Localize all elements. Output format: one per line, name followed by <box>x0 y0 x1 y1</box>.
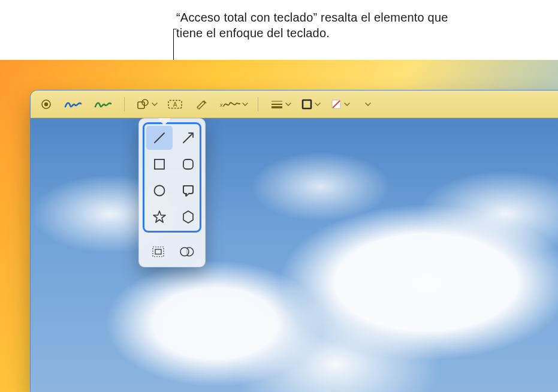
fill-color-button[interactable] <box>325 95 352 114</box>
callout-annotation: “Acceso total con teclado” resalta el el… <box>0 6 558 60</box>
shape-ellipse[interactable] <box>146 179 173 203</box>
chevron-down-icon <box>344 102 350 106</box>
svg-point-18 <box>155 186 165 196</box>
shape-line[interactable] <box>146 126 173 150</box>
star-icon <box>152 209 167 225</box>
shape-star[interactable] <box>146 205 173 229</box>
hexagon-icon <box>180 209 196 225</box>
shapes-button[interactable] <box>132 95 160 114</box>
callout-text: “Acceso total con teclado” resalta el el… <box>176 10 476 41</box>
stroke-style-button[interactable] <box>266 95 294 114</box>
image-canvas[interactable] <box>31 118 558 392</box>
shapes-popover <box>138 118 206 267</box>
lines-icon <box>270 99 283 109</box>
svg-rect-21 <box>155 249 161 254</box>
draw-sketch-button[interactable] <box>89 95 117 114</box>
sign-button[interactable]: x <box>215 95 251 114</box>
textbox-icon: A <box>167 99 183 110</box>
svg-line-15 <box>183 134 192 143</box>
chevron-down-icon <box>365 102 371 106</box>
scribble-blue-icon <box>64 99 82 110</box>
svg-point-3 <box>142 99 148 105</box>
shape-arrow[interactable] <box>175 126 201 150</box>
svg-line-14 <box>155 133 164 143</box>
chevron-down-icon <box>285 102 291 106</box>
svg-text:x: x <box>220 102 223 108</box>
chevron-down-icon <box>152 102 158 106</box>
svg-text:A: A <box>173 101 177 108</box>
speech-icon <box>180 183 196 198</box>
svg-rect-11 <box>303 100 311 108</box>
desktop-background: A x <box>0 60 558 392</box>
shapes-grid <box>146 126 198 229</box>
shapes-extras-row <box>143 239 201 263</box>
shape-rounded-rectangle[interactable] <box>175 152 201 176</box>
square-slash-icon <box>330 98 342 110</box>
textbox-button[interactable]: A <box>162 95 188 114</box>
signature-icon: x <box>220 99 240 110</box>
arrow-icon <box>180 130 196 146</box>
draw-freehand-button[interactable] <box>59 95 87 114</box>
tool-mask[interactable] <box>173 242 200 262</box>
record-button[interactable] <box>35 95 57 114</box>
line-icon <box>152 130 167 146</box>
shape-hexagon[interactable] <box>175 205 201 229</box>
preview-window: A x <box>30 90 558 392</box>
highlighter-icon <box>195 98 208 110</box>
svg-rect-20 <box>153 247 164 257</box>
chevron-down-icon <box>242 102 248 106</box>
keyboard-focus-ring <box>143 122 201 233</box>
roundrect-icon <box>180 156 196 172</box>
tool-loupe[interactable] <box>145 242 171 262</box>
circle-icon <box>152 183 167 198</box>
scribble-green-icon <box>94 99 112 110</box>
rect-icon <box>152 156 167 172</box>
square-outline-icon <box>301 98 313 110</box>
svg-point-1 <box>44 102 48 105</box>
chevron-down-icon <box>315 102 321 106</box>
svg-rect-19 <box>183 186 193 194</box>
svg-rect-16 <box>155 159 164 169</box>
shape-rectangle[interactable] <box>146 152 173 176</box>
toolbar-separator <box>258 97 258 111</box>
canvas-image-clouds <box>31 118 558 392</box>
highlight-button[interactable] <box>190 95 213 114</box>
shape-speech-bubble[interactable] <box>175 179 201 203</box>
shapes-icon <box>137 98 150 110</box>
loupe-select-icon <box>151 245 165 258</box>
text-style-button[interactable] <box>355 95 376 114</box>
circle-dot-icon <box>41 99 52 110</box>
svg-rect-17 <box>183 159 193 169</box>
markup-toolbar: A x <box>31 91 558 118</box>
stroke-color-button[interactable] <box>296 95 323 114</box>
mask-icon <box>179 245 194 258</box>
toolbar-separator <box>124 97 125 111</box>
